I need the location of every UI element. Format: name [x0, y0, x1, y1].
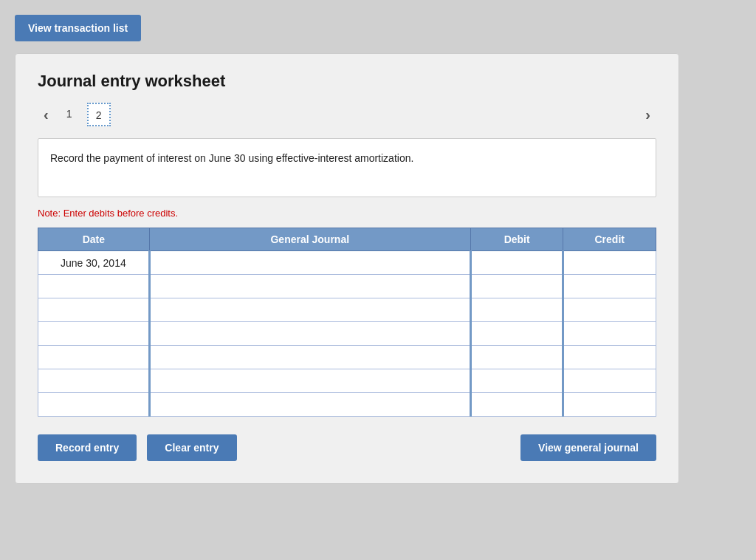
next-page-button[interactable]: ›	[639, 103, 656, 126]
col-gj: General Journal	[149, 228, 470, 251]
col-date: Date	[38, 228, 150, 251]
debit-cell[interactable]	[470, 298, 563, 322]
credit-cell[interactable]	[563, 251, 656, 275]
description-box: Record the payment of interest on June 3…	[38, 138, 656, 197]
page-2[interactable]: 2	[87, 103, 111, 126]
gj-cell[interactable]	[149, 322, 470, 346]
credit-cell[interactable]	[563, 393, 656, 417]
gj-cell[interactable]	[149, 393, 470, 417]
table-row	[38, 275, 656, 298]
debit-cell[interactable]	[470, 393, 563, 417]
note-text: Note: Enter debits before credits.	[38, 208, 656, 219]
gj-cell[interactable]	[149, 251, 470, 275]
col-credit: Credit	[563, 228, 656, 251]
debit-cell[interactable]	[470, 251, 563, 275]
record-entry-button[interactable]: Record entry	[38, 434, 137, 461]
date-cell[interactable]	[38, 298, 150, 322]
gj-cell[interactable]	[149, 369, 470, 393]
view-transaction-list-button[interactable]: View transaction list	[15, 15, 141, 41]
date-cell[interactable]	[38, 393, 150, 417]
gj-cell[interactable]	[149, 346, 470, 369]
gj-cell[interactable]	[149, 275, 470, 298]
debit-cell[interactable]	[470, 322, 563, 346]
view-general-journal-button[interactable]: View general journal	[520, 434, 656, 461]
credit-cell[interactable]	[563, 275, 656, 298]
table-row	[38, 369, 656, 393]
clear-entry-button[interactable]: Clear entry	[147, 434, 236, 461]
date-cell[interactable]	[38, 346, 150, 369]
credit-cell[interactable]	[563, 369, 656, 393]
col-debit: Debit	[470, 228, 563, 251]
credit-cell[interactable]	[563, 322, 656, 346]
date-cell[interactable]	[38, 369, 150, 393]
table-row	[38, 298, 656, 322]
worksheet-title: Journal entry worksheet	[38, 72, 656, 91]
page-1[interactable]: 1	[58, 103, 81, 126]
debit-cell[interactable]	[470, 275, 563, 298]
table-row	[38, 346, 656, 369]
worksheet-container: Journal entry worksheet ‹ 1 2 › Record t…	[15, 53, 679, 484]
table-row	[38, 322, 656, 346]
table-row: June 30, 2014	[38, 251, 656, 275]
debit-cell[interactable]	[470, 346, 563, 369]
credit-cell[interactable]	[563, 346, 656, 369]
pagination: ‹ 1 2 ›	[38, 103, 656, 126]
credit-cell[interactable]	[563, 298, 656, 322]
prev-page-button[interactable]: ‹	[38, 103, 55, 126]
gj-cell[interactable]	[149, 298, 470, 322]
table-row	[38, 393, 656, 417]
date-cell[interactable]	[38, 322, 150, 346]
date-cell[interactable]: June 30, 2014	[38, 251, 150, 275]
buttons-row: Record entry Clear entry View general jo…	[38, 434, 656, 461]
date-cell[interactable]	[38, 275, 150, 298]
debit-cell[interactable]	[470, 369, 563, 393]
journal-table: Date General Journal Debit Credit June 3…	[38, 228, 656, 417]
